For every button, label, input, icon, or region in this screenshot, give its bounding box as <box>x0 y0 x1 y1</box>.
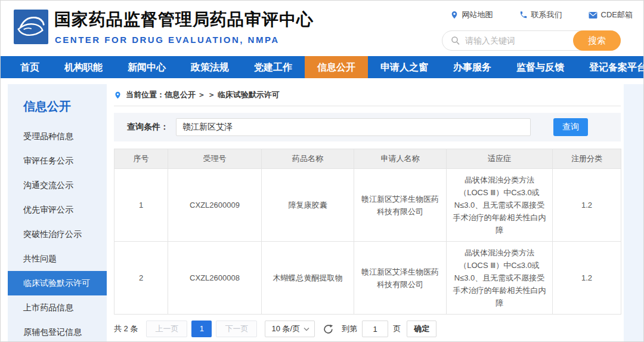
col-header-registration-class: 注册分类 <box>553 149 621 169</box>
cde-mail-link[interactable]: CDE邮箱 <box>589 10 633 20</box>
refresh-button[interactable] <box>323 324 333 334</box>
col-header-acceptance-no: 受理号 <box>168 149 262 169</box>
cell-drug-name: 木蝴蝶总黄酮提取物 <box>262 242 354 315</box>
table-header-row: 序号 受理号 药品名称 申请人名称 适应症 注册分类 <box>114 149 621 169</box>
nav-item-org-functions[interactable]: 机构职能 <box>52 56 115 78</box>
page-size-select[interactable]: 10 条/页 <box>265 321 315 337</box>
sidebar-item-accepted-products[interactable]: 受理品种信息 <box>8 124 107 149</box>
sidebar-item-priority-review[interactable]: 优先审评公示 <box>8 198 107 222</box>
nav-item-applicant-window[interactable]: 申请人之窗 <box>368 56 441 78</box>
nav-item-registration-platform[interactable]: 登记备案平台 <box>577 56 644 78</box>
cell-applicant-name: 赣江新区艾泽生物医药科技有限公司 <box>354 242 447 315</box>
goto-page-label: 到第 <box>342 323 357 334</box>
cell-applicant-name: 赣江新区艾泽生物医药科技有限公司 <box>354 169 447 242</box>
cell-registration-class: 1.2 <box>553 169 621 242</box>
header-search-button[interactable]: 搜索 <box>573 30 621 51</box>
cell-acceptance-no: CXZL2600008 <box>168 242 262 315</box>
query-button[interactable]: 查询 <box>553 118 588 136</box>
main-nav: 首页 机构职能 新闻中心 政策法规 党建工作 信息公开 申请人之窗 办事服务 监… <box>1 56 644 78</box>
page-size-value: 10 条/页 <box>271 321 300 337</box>
nav-item-news-center[interactable]: 新闻中心 <box>115 56 178 78</box>
table-row: 2 CXZL2600008 木蝴蝶总黄酮提取物 赣江新区艾泽生物医药科技有限公司… <box>114 242 621 315</box>
prev-page-button[interactable]: 上一页 <box>146 321 187 337</box>
table-row: 1 CXZL2600009 障复康胶囊 赣江新区艾泽生物医药科技有限公司 晶状体… <box>114 169 621 242</box>
right-background-strip <box>624 84 644 342</box>
nav-item-home[interactable]: 首页 <box>8 56 52 78</box>
site-title: 国家药品监督管理局药品审评中心 <box>54 8 314 31</box>
col-header-drug-name: 药品名称 <box>262 149 354 169</box>
contact-us-link[interactable]: 联系我们 <box>519 10 562 20</box>
location-pin-icon <box>114 91 122 99</box>
mail-icon <box>589 11 597 19</box>
sidebar-item-communication[interactable]: 沟通交流公示 <box>8 173 107 198</box>
chevron-down-icon <box>304 327 309 331</box>
cell-indication: 晶状体混浊分类方法（LOCS Ⅲ）中C≤3.0或N≤3.0、且无需或不愿接受手术… <box>447 242 553 315</box>
nav-item-party-building[interactable]: 党建工作 <box>242 56 305 78</box>
sidebar-item-clinical-trial-implied-license[interactable]: 临床试验默示许可 <box>8 271 107 295</box>
breadcrumb: 当前位置：信息公开 ＞ ＞ 临床试验默示许可 <box>114 84 621 106</box>
col-header-index: 序号 <box>114 149 168 169</box>
sitemap-link-label: 网站地图 <box>462 10 493 20</box>
sidebar: 信息公开 受理品种信息 审评任务公示 沟通交流公示 优先审评公示 突破性治疗公示… <box>8 84 107 342</box>
header: 国家药品监督管理局药品审评中心 CENTER FOR DRUG EVALUATI… <box>1 1 644 56</box>
sidebar-title: 信息公开 <box>8 84 107 124</box>
cell-index: 1 <box>114 169 168 242</box>
cell-index: 2 <box>114 242 168 315</box>
location-pin-icon <box>450 11 459 19</box>
contact-us-link-label: 联系我们 <box>531 10 562 20</box>
nav-item-services[interactable]: 办事服务 <box>441 56 504 78</box>
pagination-total: 共 2 条 <box>114 323 138 334</box>
header-search: 搜索 <box>442 30 621 51</box>
cde-logo <box>14 10 48 44</box>
cell-indication: 晶状体混浊分类方法（LOCS Ⅲ）中C≤3.0或N≤3.0、且无需或不愿接受手术… <box>447 169 553 242</box>
nav-item-policies[interactable]: 政策法规 <box>178 56 242 78</box>
quick-links: 网站地图 联系我们 CDE邮箱 <box>450 10 633 20</box>
sidebar-item-common-issues[interactable]: 共性问题 <box>8 247 107 271</box>
header-search-input[interactable] <box>465 36 561 45</box>
nav-item-supervision-feedback[interactable]: 监督与反馈 <box>504 56 577 78</box>
cell-registration-class: 1.2 <box>553 242 621 315</box>
goto-page-input[interactable] <box>362 321 388 337</box>
pagination: 共 2 条 上一页 1 下一页 10 条/页 到第 页 确定 <box>114 321 621 337</box>
goto-page-suffix: 页 <box>393 323 401 334</box>
page-number-1[interactable]: 1 <box>191 321 212 337</box>
main-content: 当前位置：信息公开 ＞ ＞ 临床试验默示许可 查询条件： 查询 序号 受理号 药… <box>114 84 621 337</box>
col-header-indication: 适应症 <box>447 149 553 169</box>
cde-mail-link-label: CDE邮箱 <box>601 10 633 20</box>
next-page-button[interactable]: 下一页 <box>216 321 257 337</box>
query-input[interactable] <box>176 118 531 136</box>
breadcrumb-text: 当前位置：信息公开 ＞ ＞ 临床试验默示许可 <box>126 90 280 100</box>
sidebar-item-review-tasks[interactable]: 审评任务公示 <box>8 149 107 173</box>
sidebar-item-excipients-registration[interactable]: 原辅包登记信息 <box>8 320 107 342</box>
cell-drug-name: 障复康胶囊 <box>262 169 354 242</box>
cell-acceptance-no: CXZL2600009 <box>168 169 262 242</box>
sitemap-link[interactable]: 网站地图 <box>450 10 493 20</box>
sidebar-item-breakthrough-therapy[interactable]: 突破性治疗公示 <box>8 222 107 247</box>
query-bar: 查询条件： 查询 <box>114 113 621 141</box>
sidebar-item-marketed-drugs[interactable]: 上市药品信息 <box>8 295 107 320</box>
fish-logo-icon <box>14 10 48 44</box>
results-table: 序号 受理号 药品名称 申请人名称 适应症 注册分类 1 CXZL2600009… <box>114 149 621 315</box>
query-label: 查询条件： <box>127 122 169 133</box>
phone-icon <box>519 11 528 19</box>
site-subtitle: CENTER FOR DRUG EVALUATION, NMPA <box>55 35 280 45</box>
search-icon <box>451 36 460 45</box>
refresh-icon <box>323 324 333 334</box>
nav-item-info-disclosure[interactable]: 信息公开 <box>305 56 368 78</box>
col-header-applicant-name: 申请人名称 <box>354 149 447 169</box>
confirm-button[interactable]: 确定 <box>407 321 436 337</box>
